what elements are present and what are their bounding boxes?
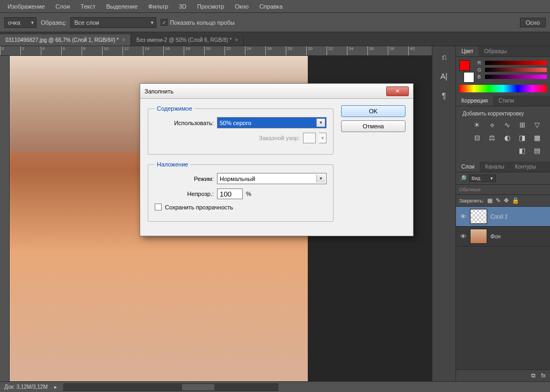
options-bar: очка Образец: Все слои ✓ Показать кольцо… (0, 13, 550, 32)
posterize-icon[interactable]: ▦ (532, 134, 542, 142)
use-select[interactable]: 50% серого ▼ (217, 117, 327, 128)
fx-icon[interactable]: fx (541, 372, 546, 379)
menu-image[interactable]: Изображение (2, 1, 50, 12)
dialog-titlebar[interactable]: Заполнить ✕ (140, 84, 413, 99)
sample-label: Образец: (41, 19, 66, 26)
ruler-vertical (0, 56, 10, 381)
threshold-icon[interactable]: ◧ (517, 147, 527, 155)
tab-channels[interactable]: Каналы (480, 162, 510, 172)
color-spectrum[interactable] (459, 85, 547, 92)
link-icon[interactable]: ⧉ (531, 372, 535, 379)
layer-1-thumb[interactable] (470, 209, 487, 224)
layer-bg-thumb[interactable] (470, 229, 487, 244)
color-panel: ▲! R G B (456, 57, 550, 96)
layer-1[interactable]: 👁 Слой 1 (456, 207, 550, 227)
invert-icon[interactable]: ◨ (517, 134, 527, 142)
filter-kind-select[interactable]: Вид▾ (469, 175, 496, 182)
doc-tab-1-label: 03110496827.jpg @ 66,7% (Слой 1, RGB/8#)… (5, 37, 119, 43)
mode-label: Режим: (155, 176, 214, 182)
ruler-horizontal: 0246810121416182022242628303234363840 (0, 46, 432, 56)
layers-panel: 🔎 Вид▾ Обычные Закрепить: ▦ ✎ ✥ 🔒 👁 Слой… (456, 172, 550, 381)
balance-icon[interactable]: ⚖ (487, 134, 497, 142)
character-icon[interactable]: A| (438, 72, 450, 82)
sample-select[interactable]: Все слои (70, 17, 156, 28)
layer-1-visibility-icon[interactable]: 👁 (459, 213, 467, 220)
close-button[interactable]: ✕ (386, 86, 409, 96)
opacity-unit: % (246, 191, 251, 197)
show-ring-checkbox[interactable]: ✓ Показать кольцо пробы (161, 19, 235, 26)
lock-pixels-icon[interactable]: ▦ (487, 197, 493, 204)
paragraph-icon[interactable]: ¶ (438, 91, 450, 101)
layer-list: 👁 Слой 1 👁 Фон (456, 207, 550, 369)
bw-icon[interactable]: ◐ (502, 134, 512, 142)
hue-icon[interactable]: ⊟ (472, 134, 482, 142)
menu-text[interactable]: Текст (75, 1, 101, 12)
preserve-label: Сохранить прозрачность (165, 204, 233, 210)
foreground-color[interactable] (459, 60, 470, 71)
r-slider[interactable] (485, 61, 547, 65)
doc-tab-1-close-icon[interactable]: × (122, 37, 125, 43)
vibrance-icon[interactable]: ▽ (532, 121, 542, 129)
layer-1-name[interactable]: Слой 1 (490, 214, 508, 220)
menu-select[interactable]: Выделение (101, 1, 143, 12)
lock-row: Закрепить: ▦ ✎ ✥ 🔒 (456, 195, 550, 207)
tab-swatches[interactable]: Образцы (479, 46, 512, 56)
history-icon[interactable]: ⎌ (438, 53, 450, 62)
mode-select[interactable]: Нормальный ▼ (217, 173, 327, 184)
lock-label: Закрепить: (459, 198, 484, 204)
dialog-title: Заполнить (144, 88, 386, 95)
layer-bg-name[interactable]: Фон (490, 234, 501, 239)
menu-layers[interactable]: Слои (50, 1, 75, 12)
tab-color[interactable]: Цвет (456, 46, 479, 56)
lock-all-icon[interactable]: 🔒 (512, 197, 519, 204)
use-label: Использовать: (155, 120, 214, 126)
chevron-down-icon: ▼ (316, 175, 325, 183)
layer-bg-visibility-icon[interactable]: 👁 (459, 233, 467, 239)
curves-icon[interactable]: ∿ (502, 121, 512, 129)
menu-filter[interactable]: Фильтр (143, 1, 173, 12)
background-color[interactable] (464, 72, 474, 83)
opacity-input[interactable] (217, 188, 243, 199)
g-slider[interactable] (485, 68, 547, 72)
blending-legend: Наложение (155, 161, 190, 168)
b-label: B (477, 74, 483, 79)
exposure-icon[interactable]: ⊞ (517, 121, 527, 129)
blend-mode-select[interactable]: Обычные (456, 184, 550, 195)
ok-button[interactable]: OK (341, 105, 406, 117)
lock-move-icon[interactable]: ✥ (504, 197, 509, 204)
brightness-icon[interactable]: ☀ (472, 121, 482, 129)
mode-value: Нормальный (220, 176, 255, 182)
layer-background[interactable]: 👁 Фон (456, 227, 550, 246)
status-arrow-icon[interactable]: ▸ (54, 384, 57, 390)
menu-window[interactable]: Окно (229, 1, 254, 12)
right-panels: Цвет Образцы ▲! R G B Коррекция Стили (455, 46, 550, 381)
size-select[interactable]: очка (4, 17, 37, 28)
tab-styles[interactable]: Стили (493, 96, 519, 106)
preserve-checkbox[interactable] (155, 204, 162, 210)
levels-icon[interactable]: ⟡ (487, 121, 497, 129)
b-slider[interactable] (485, 75, 547, 79)
contents-fieldset: Содержимое Использовать: 50% серого ▼ За… (148, 105, 334, 155)
doc-tab-2[interactable]: Без имени-2 @ 50% (Слой 6, RGB/8) * × (131, 34, 244, 46)
cancel-button[interactable]: Отмена (341, 120, 406, 132)
horizontal-scrollbar[interactable] (63, 383, 278, 391)
menu-view[interactable]: Просмотр (192, 1, 229, 12)
tab-layers[interactable]: Слои (456, 162, 480, 172)
doc-tab-2-close-icon[interactable]: × (235, 37, 238, 43)
blending-fieldset: Наложение Режим: Нормальный ▼ Непрозр.: … (148, 161, 334, 222)
tab-paths[interactable]: Контуры (510, 162, 541, 172)
pattern-swatch (303, 133, 316, 143)
doc-tab-1[interactable]: 03110496827.jpg @ 66,7% (Слой 1, RGB/8#)… (0, 34, 131, 46)
add-adjustment-label: Добавить корректировку (459, 110, 547, 118)
essentials-button[interactable]: Осно (520, 18, 546, 27)
g-label: G (477, 67, 483, 72)
lock-brush-icon[interactable]: ✎ (496, 197, 501, 204)
menu-help[interactable]: Справка (254, 1, 288, 12)
pattern-label: Заказной узор: (259, 135, 300, 141)
selective-icon[interactable]: ▤ (532, 147, 542, 155)
filter-icon[interactable]: 🔎 (459, 175, 467, 182)
menu-3d[interactable]: 3D (173, 1, 192, 12)
collapsed-panels: ⎌ A| ¶ (432, 46, 455, 381)
status-bar: Док: 3,12М/3,12М ▸ (0, 381, 550, 392)
tab-adjustments[interactable]: Коррекция (456, 96, 493, 106)
